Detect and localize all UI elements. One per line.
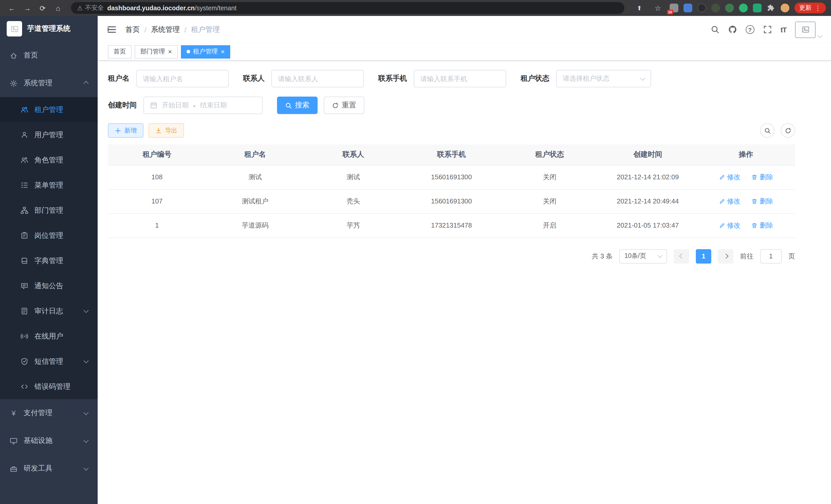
table-row: 1 芋道源码 芋艿 17321315478 开启 2021-01-05 17:0…: [108, 213, 795, 237]
hamburger-icon[interactable]: [107, 25, 117, 34]
tab-home[interactable]: 首页: [108, 45, 132, 58]
help-icon[interactable]: ?: [746, 25, 754, 34]
chevron-up-icon: [84, 81, 89, 86]
sidebar-item-label: 角色管理: [34, 155, 63, 165]
tab-tenant[interactable]: 租户管理 ×: [181, 45, 230, 58]
sidebar-item-label: 用户管理: [34, 130, 63, 140]
sidebar-item-role[interactable]: 角色管理: [0, 147, 98, 173]
breadcrumb: 首页 / 系统管理 / 租户管理: [125, 25, 220, 34]
chevron-down-icon: [84, 465, 89, 470]
next-page-button[interactable]: [718, 249, 733, 263]
select-placeholder: 请选择租户状态: [563, 74, 609, 83]
extension-icon-7[interactable]: [753, 4, 762, 12]
breadcrumb-system[interactable]: 系统管理: [151, 25, 180, 34]
page-number-1[interactable]: 1: [696, 249, 711, 263]
bookmark-star-icon[interactable]: ☆: [651, 1, 664, 14]
close-icon[interactable]: ×: [168, 48, 172, 55]
extension-icon-6[interactable]: [739, 4, 748, 12]
cell-name: 测试租户: [206, 189, 304, 213]
extension-icon-5[interactable]: [725, 4, 734, 12]
tab-dept[interactable]: 部门管理 ×: [135, 45, 177, 58]
sidebar-item-menu[interactable]: 菜单管理: [0, 173, 98, 198]
tenant-name-input[interactable]: [136, 70, 229, 87]
security-chip[interactable]: ⚠ 不安全: [77, 4, 104, 12]
delete-link[interactable]: 删除: [752, 221, 773, 230]
sidebar-item-label: 错误码管理: [34, 382, 70, 391]
user-menu[interactable]: [795, 21, 822, 38]
phone-input[interactable]: [414, 70, 506, 87]
sidebar-item-user[interactable]: 用户管理: [0, 122, 98, 147]
filter-label: 联系人: [243, 74, 265, 83]
add-button[interactable]: 新增: [108, 123, 143, 138]
edit-link[interactable]: 修改: [719, 221, 740, 230]
col-tenant-name: 租户名: [206, 144, 304, 165]
back-icon[interactable]: ←: [5, 1, 19, 14]
url-bar[interactable]: ⚠ 不安全 dashboard.yudao.iocoder.cn/system/…: [71, 2, 624, 14]
sidebar-group-devtools[interactable]: 研发工具: [0, 455, 98, 482]
contact-input[interactable]: [271, 70, 364, 87]
filter-label: 联系手机: [378, 74, 407, 83]
delete-link[interactable]: 删除: [752, 197, 773, 206]
sidebar-logo[interactable]: 芋道管理系统: [0, 16, 98, 41]
update-button[interactable]: 更新 ⋮: [795, 3, 826, 13]
extension-icon-1[interactable]: 10: [670, 4, 678, 12]
sidebar-item-tenant[interactable]: 租户管理: [0, 97, 98, 122]
home-icon[interactable]: ⌂: [51, 1, 65, 14]
tags-view-bar: 首页 部门管理 × 租户管理 ×: [98, 43, 831, 61]
reload-icon[interactable]: ⟳: [36, 1, 49, 14]
tab-label: 首页: [114, 47, 126, 56]
sidebar-item-dict[interactable]: 字典管理: [0, 248, 98, 273]
goto-page-input[interactable]: [760, 249, 782, 263]
prev-page-button[interactable]: [674, 249, 689, 263]
badge-icon: [21, 232, 28, 239]
edit-link[interactable]: 修改: [719, 172, 740, 182]
sidebar-item-notice[interactable]: 通知公告: [0, 273, 98, 298]
sidebar-item-online[interactable]: 在线用户: [0, 324, 98, 349]
plus-icon: [115, 127, 121, 134]
extension-icon-3[interactable]: [697, 4, 706, 12]
profile-avatar-icon[interactable]: [781, 4, 790, 12]
col-contact: 联系人: [304, 144, 402, 165]
export-button[interactable]: 导出: [148, 123, 184, 138]
tab-label: 租户管理: [193, 47, 218, 56]
breadcrumb-separator: /: [184, 25, 187, 34]
sidebar-item-post[interactable]: 岗位管理: [0, 223, 98, 248]
breadcrumb-separator: /: [144, 25, 146, 34]
url-text: dashboard.yudao.iocoder.cn/system/tenant: [107, 4, 237, 11]
github-icon[interactable]: [728, 25, 737, 34]
status-select[interactable]: 请选择租户状态: [556, 70, 651, 87]
close-icon[interactable]: ×: [221, 48, 225, 55]
extensions-puzzle-icon[interactable]: [767, 4, 775, 12]
breadcrumb-home[interactable]: 首页: [125, 25, 140, 34]
sidebar-group-sms[interactable]: 短信管理: [0, 349, 98, 374]
delete-link[interactable]: 删除: [752, 172, 773, 182]
page-size-select[interactable]: 10条/页: [619, 249, 667, 263]
extension-icon-4[interactable]: [711, 4, 720, 12]
sidebar-item-label: 岗位管理: [34, 231, 63, 240]
extension-icon-2[interactable]: [684, 4, 692, 12]
refresh-table-button[interactable]: [781, 123, 795, 138]
audit-log-icon: [21, 307, 28, 315]
monitor-icon: [10, 437, 18, 445]
sidebar-group-payment[interactable]: ¥ 支付管理: [0, 399, 98, 427]
sidebar-item-dept[interactable]: 部门管理: [0, 198, 98, 223]
font-size-icon[interactable]: tT: [781, 25, 786, 34]
browser-menu-icon[interactable]: ⋮: [814, 4, 821, 12]
edit-link[interactable]: 修改: [719, 197, 740, 206]
sidebar-item-errorcode[interactable]: 错误码管理: [0, 374, 98, 399]
fullscreen-icon[interactable]: [763, 25, 772, 34]
share-icon[interactable]: ⬆: [633, 1, 646, 14]
search-button[interactable]: 搜索: [277, 97, 318, 114]
sidebar-item-home[interactable]: 首页: [0, 41, 98, 69]
reset-button[interactable]: 重置: [324, 97, 364, 114]
cell-status: 关闭: [500, 189, 599, 213]
forward-icon[interactable]: →: [21, 1, 34, 14]
security-label: 不安全: [85, 4, 104, 12]
sidebar-item-label: 短信管理: [34, 357, 63, 366]
date-range-picker[interactable]: 开始日期 - 结束日期: [143, 97, 263, 114]
sidebar-group-system[interactable]: 系统管理: [0, 69, 98, 97]
search-icon[interactable]: [711, 25, 719, 34]
toggle-search-button[interactable]: [760, 123, 774, 138]
sidebar-group-infra[interactable]: 基础设施: [0, 427, 98, 455]
sidebar-group-audit[interactable]: 审计日志: [0, 298, 98, 324]
